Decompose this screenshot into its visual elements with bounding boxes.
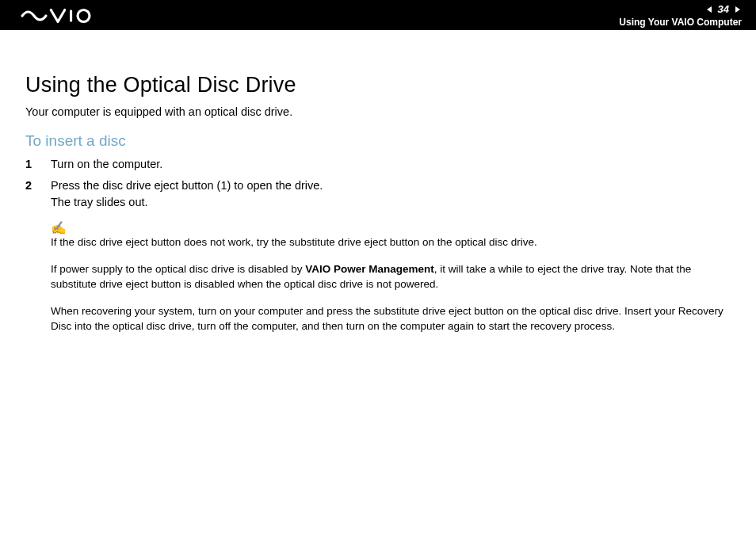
breadcrumb[interactable]: Using Your VAIO Computer [619, 17, 742, 28]
pencil-note-icon: ✍ [51, 222, 731, 235]
steps-list: Turn on the computer. Press the disc dri… [25, 156, 731, 211]
section-subhead: To insert a disc [25, 132, 731, 150]
step-item: Turn on the computer. [25, 156, 731, 173]
note-text: If power supply to the optical disc driv… [51, 261, 731, 292]
step-item: Press the disc drive eject button (1) to… [25, 177, 731, 211]
next-page-arrow-icon[interactable] [734, 6, 742, 13]
vaio-logo [14, 3, 109, 27]
note-block: ✍ If the disc drive eject button does no… [25, 222, 731, 334]
prev-page-arrow-icon[interactable] [705, 6, 713, 13]
note-text-pre: If power supply to the optical disc driv… [51, 263, 305, 275]
svg-point-1 [78, 10, 90, 22]
note-text: If the disc drive eject button does not … [51, 235, 731, 250]
page-nav: 34 [619, 3, 742, 16]
svg-marker-3 [735, 6, 740, 13]
svg-marker-2 [707, 6, 712, 13]
page-number: 34 [718, 3, 729, 16]
header-right: 34 Using Your VAIO Computer [619, 3, 742, 28]
page-content: Using the Optical Disc Drive Your comput… [0, 30, 756, 334]
page-header: 34 Using Your VAIO Computer [0, 0, 756, 30]
note-text-bold: VAIO Power Management [305, 263, 434, 275]
page-title: Using the Optical Disc Drive [25, 73, 731, 97]
note-text: When recovering your system, turn on you… [51, 303, 731, 334]
intro-text: Your computer is equipped with an optica… [25, 105, 731, 118]
svg-rect-0 [70, 10, 72, 22]
